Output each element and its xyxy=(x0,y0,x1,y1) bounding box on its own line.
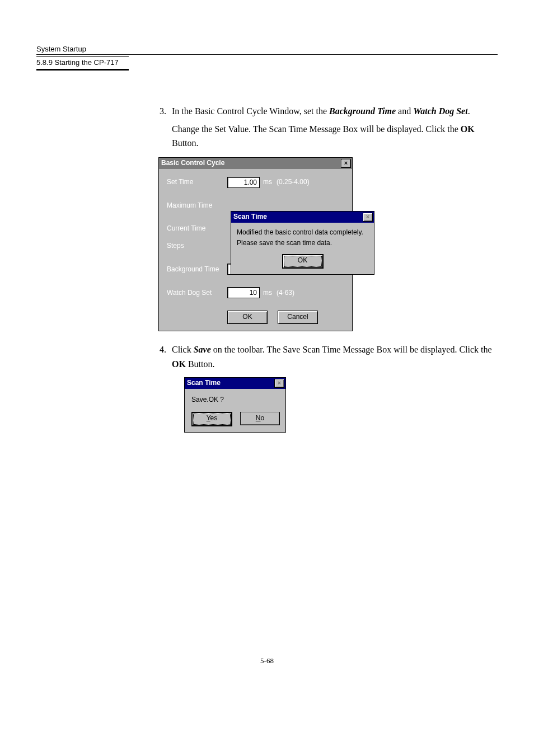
label-steps: Steps xyxy=(167,241,227,251)
row-wd-set: Watch Dog Set 10 ms (4-63) xyxy=(167,287,345,298)
close-icon[interactable]: × xyxy=(274,379,284,388)
unit-wd-set: ms xyxy=(263,288,272,298)
header-chapter: System Startup xyxy=(36,45,498,53)
dlg2-titlebar[interactable]: Scan Time × xyxy=(185,378,285,389)
row-max-time: Maximum Time xyxy=(167,200,345,211)
label-current-time: Current Time xyxy=(167,223,227,234)
label-wd-set: Watch Dog Set xyxy=(167,288,227,298)
step-3-number: 3. xyxy=(160,104,172,151)
msg1-text2: Please save the scan time data. xyxy=(237,238,368,248)
range-set-time: (0.25-4.00) xyxy=(277,177,310,187)
header-rule: 5.8.9 Starting the CP-717 xyxy=(36,54,498,71)
label-bg-time: Background Time xyxy=(167,264,227,275)
dlg2-button-row: Yes No xyxy=(191,412,280,426)
unit-set-time: ms xyxy=(263,177,272,187)
msg1-titlebar[interactable]: Scan Time × xyxy=(231,212,374,223)
input-wd-set[interactable]: 10 xyxy=(227,287,260,298)
dlg2-body: Save.OK ? Yes No xyxy=(185,389,285,432)
close-icon[interactable]: × xyxy=(363,213,373,222)
label-max-time: Maximum Time xyxy=(167,200,227,211)
dlg2-text: Save.OK ? xyxy=(191,395,280,405)
msg1-title: Scan Time xyxy=(233,212,267,222)
ok-button[interactable]: OK xyxy=(227,311,268,324)
range-wd-set: (4-63) xyxy=(277,288,294,298)
close-icon[interactable]: × xyxy=(341,159,351,168)
dlg1-title: Basic Control Cycle xyxy=(161,158,224,168)
row-set-time: Set Time 1.00 ms (0.25-4.00) xyxy=(167,177,345,188)
header-section: 5.8.9 Starting the CP-717 xyxy=(36,56,129,71)
step-3-text: In the Basic Control Cycle Window, set t… xyxy=(172,106,470,116)
page: System Startup 5.8.9 Starting the CP-717… xyxy=(0,0,534,688)
yes-button[interactable]: Yes xyxy=(191,412,232,426)
content: 3. In the Basic Control Cycle Window, se… xyxy=(160,104,495,433)
msg1-text1: Modified the basic control data complete… xyxy=(237,227,368,238)
msg1-body: Modified the basic control data complete… xyxy=(231,223,374,274)
step-4-number: 4. xyxy=(160,342,172,432)
step-4-text: Click Save on the toolbar. The Save Scan… xyxy=(172,345,492,369)
no-button[interactable]: No xyxy=(240,412,280,425)
save-scan-time-dialog: Scan Time × Save.OK ? Yes No xyxy=(184,377,286,433)
step-4-body: Click Save on the toolbar. The Save Scan… xyxy=(172,342,495,432)
dlg2-title: Scan Time xyxy=(187,378,221,388)
step-3: 3. In the Basic Control Cycle Window, se… xyxy=(160,104,495,151)
step-4: 4. Click Save on the toolbar. The Save S… xyxy=(160,342,495,432)
page-number: 5-68 xyxy=(36,656,498,665)
dlg1-titlebar[interactable]: Basic Control Cycle × xyxy=(159,158,352,169)
step-3-cont: Change the Set Value. The Scan Time Mess… xyxy=(172,122,495,151)
cancel-button[interactable]: Cancel xyxy=(278,311,318,324)
label-set-time: Set Time xyxy=(167,177,227,187)
scan-time-message: Scan Time × Modified the basic control d… xyxy=(231,211,374,275)
basic-control-cycle-dialog: Basic Control Cycle × Set Time 1.00 ms (… xyxy=(158,157,353,332)
dlg1-button-row: OK Cancel xyxy=(227,311,345,324)
ok-button[interactable]: OK xyxy=(282,254,324,269)
input-set-time[interactable]: 1.00 xyxy=(227,177,260,188)
step-3-body: In the Basic Control Cycle Window, set t… xyxy=(172,104,495,151)
